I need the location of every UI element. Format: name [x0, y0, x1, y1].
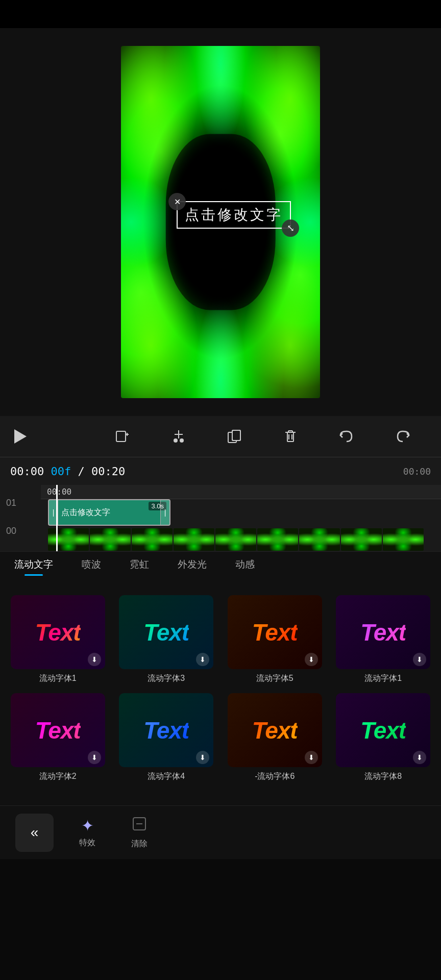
effect-thumb-font1: Text ⬇ [11, 595, 105, 669]
download-icon-font6[interactable]: ⬇ [305, 751, 318, 764]
video-canvas: ✕ 点击修改文字 ⤡ [121, 46, 320, 398]
bottom-toolbar: « ✦ 特效 清除 [0, 805, 441, 859]
back-icon: « [31, 824, 39, 841]
tab-glow-label: 外发光 [178, 558, 207, 571]
tab-ripple[interactable]: 喷波 [67, 558, 115, 576]
video-thumb-4 [174, 528, 214, 551]
download-icon-font4[interactable]: ⬇ [196, 751, 209, 764]
svg-point-7 [180, 438, 184, 443]
download-icon-font5[interactable]: ⬇ [305, 653, 318, 666]
total-time: 00:20 [91, 465, 125, 478]
flame-background: ✕ 点击修改文字 ⤡ [121, 46, 320, 398]
svg-rect-12 [287, 432, 293, 442]
effect-preview-font6: Text [252, 717, 298, 744]
effect-item-font3[interactable]: Text ⬇ 流动字体3 [116, 595, 217, 684]
effect-thumb-font8: Text ⬇ [336, 693, 430, 767]
play-button[interactable] [10, 416, 94, 457]
download-icon-font1[interactable]: ⬇ [88, 653, 101, 666]
video-thumb-8 [341, 528, 382, 551]
video-thumb-1 [48, 528, 89, 551]
ruler-00: 00:00 [47, 487, 71, 497]
effect-item-font1[interactable]: Text ⬇ 流动字体1 [7, 595, 109, 684]
tab-dynamic-underline [236, 574, 254, 576]
effect-label-font4: 流动字体4 [148, 771, 185, 782]
effect-thumb-font4: Text ⬇ [119, 693, 213, 767]
effect-item-font5[interactable]: Text ⬇ 流动字体5 [224, 595, 326, 684]
time-display: 00:00 00f / 00:20 [10, 465, 125, 478]
effect-label-font2: 流动字体2 [39, 771, 77, 782]
effect-preview-font3: Text [143, 619, 189, 646]
undo-button[interactable] [318, 416, 375, 457]
timeline-area: 01 00 00:00 | 点击修改文字 3.0s | [0, 485, 441, 551]
current-frame: 00f [51, 465, 71, 478]
timeline-ruler: 00:00 [41, 485, 441, 499]
tab-flowing-label: 流动文字 [14, 558, 53, 571]
download-icon-font3[interactable]: ⬇ [196, 653, 209, 666]
tab-neon-underline [130, 574, 149, 576]
effect-thumb-font6: Text ⬇ [228, 693, 322, 767]
video-preview: ✕ 点击修改文字 ⤡ [0, 28, 441, 416]
tab-neon[interactable]: 霓虹 [115, 558, 163, 576]
effect-item-font2[interactable]: Text ⬇ 流动字体2 [7, 693, 109, 782]
effect-label-font8: 流动字体8 [364, 771, 402, 782]
video-thumb-5 [215, 528, 256, 551]
editable-text[interactable]: 点击修改文字 [185, 207, 283, 223]
effect-label-font7: 流动字体1 [364, 673, 402, 684]
tab-ripple-label: 喷波 [82, 558, 101, 571]
effect-thumb-font7: Text ⬇ [336, 595, 430, 669]
svg-point-6 [174, 438, 178, 443]
effect-preview-font5: Text [252, 619, 298, 646]
tab-dynamic-label: 动感 [235, 558, 255, 571]
track-label-01: 01 [0, 489, 41, 517]
clear-button[interactable]: 清除 [121, 812, 158, 853]
special-effects-button[interactable]: ✦ 特效 [69, 813, 106, 852]
timeline-tracks[interactable]: 00:00 | 点击修改文字 3.0s | [41, 485, 441, 551]
time-separator: / [78, 465, 91, 478]
effects-grid: Text ⬇ 流动字体1 Text ⬇ 流动字体3 Text ⬇ 流动字体5 T… [0, 587, 441, 790]
video-thumb-2 [90, 528, 131, 551]
ruler-time: 00:00 [403, 466, 431, 477]
clip-handle-right[interactable]: | [160, 500, 169, 525]
category-tabs: 流动文字 喷波 霓虹 外发光 动感 [0, 551, 441, 587]
text-overlay[interactable]: ✕ 点击修改文字 ⤡ [177, 201, 291, 229]
video-thumb-6 [257, 528, 298, 551]
download-icon-font8[interactable]: ⬇ [413, 751, 426, 764]
clip-label: 点击修改文字 [61, 507, 110, 518]
tab-flowing-underline [24, 574, 43, 576]
effect-thumb-font3: Text ⬇ [119, 595, 213, 669]
close-button[interactable]: ✕ [168, 193, 186, 210]
add-track-button[interactable] [94, 416, 151, 457]
effect-label-font1: 流动字体1 [39, 673, 77, 684]
effect-label-font5: 流动字体5 [256, 673, 293, 684]
effect-item-font8[interactable]: Text ⬇ 流动字体8 [333, 693, 434, 782]
effect-label-font3: 流动字体3 [148, 673, 185, 684]
current-time: 00:00 [10, 465, 44, 478]
download-icon-font7[interactable]: ⬇ [413, 653, 426, 666]
clear-icon [131, 816, 148, 836]
resize-handle[interactable]: ⤡ [282, 219, 299, 237]
tab-flowing[interactable]: 流动文字 [0, 558, 67, 576]
tab-dynamic[interactable]: 动感 [221, 558, 269, 576]
toolbar [0, 416, 441, 457]
text-edit-box[interactable]: ✕ 点击修改文字 ⤡ [177, 201, 291, 229]
effect-item-font7[interactable]: Text ⬇ 流动字体1 [333, 595, 434, 684]
effect-thumb-font5: Text ⬇ [228, 595, 322, 669]
svg-rect-9 [232, 430, 240, 440]
back-button[interactable]: « [15, 814, 54, 852]
copy-button[interactable] [207, 416, 263, 457]
text-clip[interactable]: | 点击修改文字 3.0s | [48, 499, 170, 526]
delete-button[interactable] [262, 416, 318, 457]
special-effects-label: 特效 [79, 838, 95, 848]
redo-button[interactable] [375, 416, 431, 457]
timeline-header: 00:00 00f / 00:20 00:00 [0, 457, 441, 485]
effect-preview-font1: Text [35, 619, 81, 646]
effect-item-font4[interactable]: Text ⬇ 流动字体4 [116, 693, 217, 782]
sparkle-icon: ✦ [81, 817, 94, 835]
svg-rect-1 [116, 431, 126, 442]
tab-glow[interactable]: 外发光 [163, 558, 221, 576]
tab-ripple-underline [82, 574, 101, 576]
effect-item-font6[interactable]: Text ⬇ -流动字体6 [224, 693, 326, 782]
cut-button[interactable] [151, 416, 207, 457]
download-icon-font2[interactable]: ⬇ [88, 751, 101, 764]
playhead[interactable] [56, 485, 58, 551]
